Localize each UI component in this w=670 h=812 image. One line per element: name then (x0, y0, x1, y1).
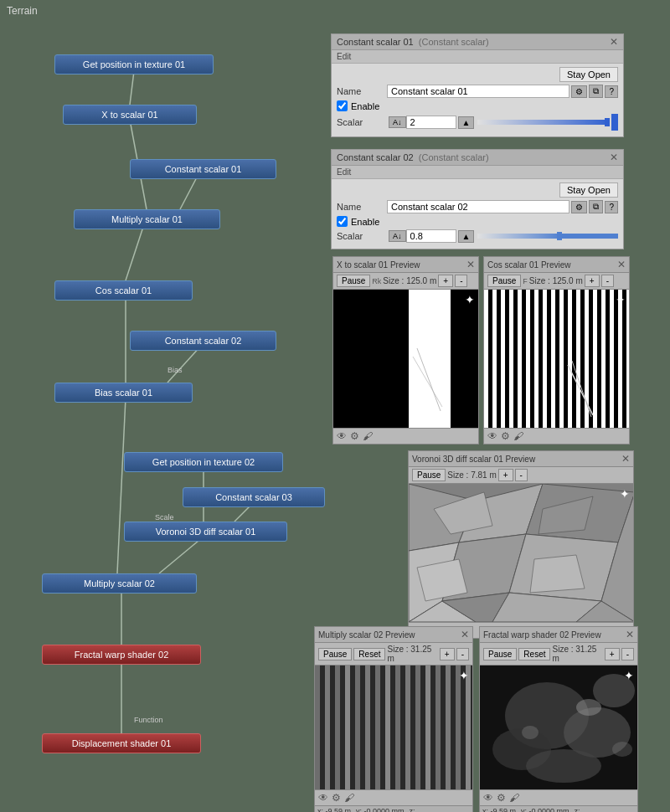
node-voronoi-3d-diff-01[interactable]: Voronoi 3D diff scalar 01 (124, 522, 287, 542)
preview-header-ms02: Multiply scalar 02 Preview ✕ (315, 627, 472, 643)
eye-icon-xts01[interactable]: 👁 (337, 430, 347, 442)
stay-open-btn-cs02[interactable]: Stay Open (559, 182, 618, 198)
node-x-to-scalar-01[interactable]: X to scalar 01 (63, 105, 197, 125)
minus-btn-fw02[interactable]: - (621, 648, 634, 660)
pause-btn-voronoi[interactable]: Pause (412, 469, 446, 481)
node-get-pos-tex-02[interactable]: Get position in texture 02 (124, 452, 283, 472)
settings-icon-xts01[interactable]: ⚙ (350, 430, 359, 442)
preview-coords-fw02: x: -9.59 m y: -0.0000 mm z: (480, 805, 637, 812)
scalar-up-cs01[interactable]: ▲ (458, 116, 475, 129)
eye-icon-cos01[interactable]: 👁 (487, 430, 497, 442)
scalar-slider-cs01[interactable] (477, 120, 610, 125)
svg-line-6 (117, 398, 126, 573)
svg-rect-28 (576, 290, 580, 428)
preview-img-cos01: ✦ (484, 290, 629, 428)
brush-icon-fw02[interactable]: 🖌 (509, 792, 519, 804)
pause-btn-xts01[interactable]: Pause (337, 275, 370, 287)
copy-btn-cs02[interactable]: ⧉ (589, 200, 603, 213)
plus-btn-xts01[interactable]: + (438, 275, 453, 287)
pause-btn-ms02[interactable]: Pause (318, 648, 352, 660)
reset-btn-fw02[interactable]: Reset (518, 648, 550, 660)
preview-close-voronoi[interactable]: ✕ (621, 453, 630, 465)
preview-close-cos01[interactable]: ✕ (617, 259, 626, 270)
minus-btn-ms02[interactable]: - (456, 648, 469, 660)
svg-rect-18 (492, 290, 497, 428)
brush-icon-cos01[interactable]: 🖌 (513, 430, 523, 442)
help-btn-cs01[interactable]: ? (605, 85, 618, 98)
settings-icon-fw02[interactable]: ⚙ (497, 792, 506, 804)
scalar-type-btn-cs02[interactable]: A↓ (389, 230, 406, 242)
preview-voronoi-3d: Voronoi 3D diff scalar 01 Preview ✕ Paus… (408, 450, 634, 639)
sparkle-icon-fw02: ✦ (624, 669, 634, 682)
scalar-slider-cs02[interactable] (477, 234, 618, 239)
svg-line-3 (126, 224, 144, 280)
preview-close-ms02[interactable]: ✕ (461, 629, 469, 640)
panel-edit-cs01: Edit (332, 50, 623, 64)
name-input-cs02[interactable] (387, 200, 570, 213)
svg-rect-31 (601, 290, 606, 428)
eye-icon-fw02[interactable]: 👁 (483, 792, 493, 804)
preview-close-xts01[interactable]: ✕ (466, 259, 475, 270)
plus-btn-fw02[interactable]: + (605, 648, 620, 660)
preview-img-voronoi: ✦ (409, 484, 633, 622)
preview-footer-ms02: 👁 ⚙ 🖌 (315, 789, 472, 805)
pause-btn-cos01[interactable]: Pause (487, 275, 521, 287)
panel-body-cs01: Stay Open Name ⚙ ⧉ ? Enable Scalar A↓ ▲ (332, 64, 623, 136)
copy-btn-cs01[interactable]: ⧉ (589, 85, 603, 98)
gear-btn-cs02[interactable]: ⚙ (571, 201, 587, 213)
preview-close-fw02[interactable]: ✕ (626, 629, 634, 640)
help-btn-cs02[interactable]: ? (605, 201, 618, 213)
minus-btn-cos01[interactable]: - (601, 275, 614, 287)
minus-btn-xts01[interactable]: - (455, 275, 467, 287)
plus-btn-cos01[interactable]: + (585, 275, 600, 287)
minus-btn-voronoi[interactable]: - (515, 469, 528, 481)
node-multiply-scalar-02[interactable]: Multiply scalar 02 (42, 573, 197, 594)
node-constant-scalar-01[interactable]: Constant scalar 01 (130, 159, 276, 179)
svg-rect-17 (484, 290, 488, 428)
panel-title-cs01: Constant scalar 01 (Constant scalar) (337, 37, 489, 47)
svg-rect-19 (501, 290, 505, 428)
eye-icon-ms02[interactable]: 👁 (318, 792, 328, 804)
brush-icon-xts01[interactable]: 🖌 (363, 430, 373, 442)
scalar-up-cs02[interactable]: ▲ (458, 230, 475, 243)
reset-btn-ms02[interactable]: Reset (353, 648, 385, 660)
panel-close-cs01[interactable]: ✕ (610, 36, 618, 48)
sparkle-icon-voronoi: ✦ (620, 487, 630, 501)
node-get-pos-tex-01[interactable]: Get position in texture 01 (54, 54, 214, 75)
panel-close-cs02[interactable]: ✕ (610, 152, 618, 163)
stay-open-btn-cs01[interactable]: Stay Open (559, 67, 618, 82)
node-displacement-01[interactable]: Displacement shader 01 (42, 733, 201, 753)
scalar-input-cs02[interactable] (406, 229, 456, 243)
panel-edit-cs02: Edit (332, 166, 623, 179)
gear-btn-cs01[interactable]: ⚙ (571, 85, 587, 98)
node-bias-scalar-01[interactable]: Bias scalar 01 (54, 383, 193, 403)
preview-footer-fw02: 👁 ⚙ 🖌 (480, 789, 637, 805)
preview-multiply-scalar-02: Multiply scalar 02 Preview ✕ Pause Reset… (314, 626, 473, 812)
preview-img-fw02: ✦ (480, 666, 637, 789)
plus-btn-voronoi[interactable]: + (498, 469, 513, 481)
svg-rect-13 (409, 290, 451, 428)
scalar-input-cs01[interactable] (406, 116, 456, 129)
settings-icon-cos01[interactable]: ⚙ (501, 430, 510, 442)
canvas-area: Terrain Get position in texture 01 X (0, 0, 670, 812)
node-fractal-warp-02[interactable]: Fractal warp shader 02 (42, 645, 201, 665)
bias-label: Bias (168, 366, 183, 374)
enable-check-cs01[interactable] (337, 100, 348, 111)
preview-footer-xts01: 👁 ⚙ 🖌 (333, 428, 478, 444)
scalar-type-btn-cs01[interactable]: A↓ (389, 116, 406, 128)
name-input-cs01[interactable] (387, 85, 570, 98)
node-multiply-scalar-01[interactable]: Multiply scalar 01 (74, 209, 220, 229)
enable-check-cs02[interactable] (337, 216, 348, 227)
preview-img-xts01: ✦ (333, 290, 478, 428)
svg-rect-33 (618, 290, 622, 428)
svg-rect-23 (534, 290, 539, 428)
node-constant-scalar-03[interactable]: Constant scalar 03 (183, 487, 325, 507)
pause-btn-fw02[interactable]: Pause (483, 648, 517, 660)
node-constant-scalar-02[interactable]: Constant scalar 02 (130, 331, 276, 351)
svg-line-4 (168, 346, 201, 383)
plus-btn-ms02[interactable]: + (440, 648, 455, 660)
settings-icon-ms02[interactable]: ⚙ (332, 792, 341, 804)
name-row-cs02: Name ⚙ ⧉ ? (337, 200, 618, 213)
brush-icon-ms02[interactable]: 🖌 (344, 792, 354, 804)
node-cos-scalar-01[interactable]: Cos scalar 01 (54, 280, 193, 301)
